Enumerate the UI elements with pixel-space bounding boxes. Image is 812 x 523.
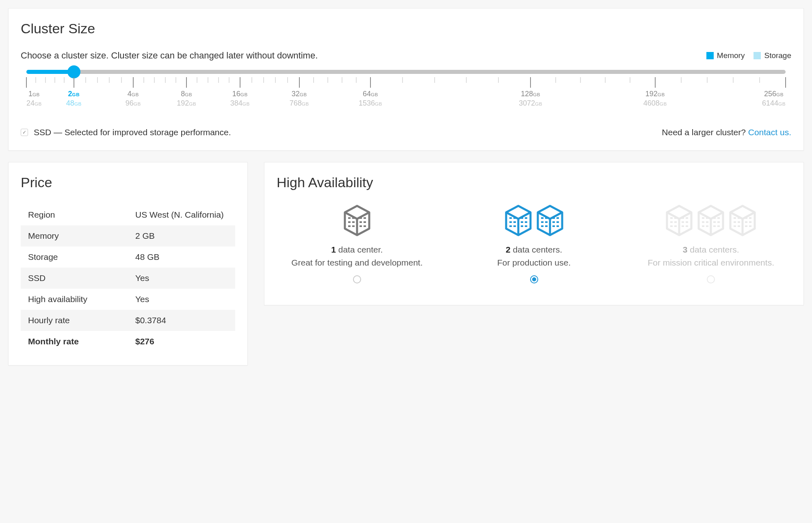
svg-rect-14 xyxy=(509,221,512,223)
ha-radio[interactable] xyxy=(353,275,361,283)
storage-swatch xyxy=(754,52,761,59)
svg-rect-22 xyxy=(521,225,523,227)
slider-stop-label[interactable]: 256GB6144GB xyxy=(762,89,786,108)
cluster-size-card: Cluster Size Choose a cluster size. Clus… xyxy=(8,8,804,151)
slider-minor-tick xyxy=(165,77,165,83)
svg-rect-4 xyxy=(348,225,351,227)
price-card: Price RegionUS West (N. California)Memor… xyxy=(8,162,248,365)
svg-rect-12 xyxy=(509,217,512,219)
svg-rect-2 xyxy=(348,221,351,223)
slider-stop-label[interactable]: 2GB48GB xyxy=(66,89,82,108)
slider-ticks xyxy=(26,77,786,88)
slider-minor-tick xyxy=(109,77,110,83)
slider-major-tick xyxy=(530,77,531,88)
price-row-value: US West (N. California) xyxy=(128,204,235,225)
ha-option-text: 1 data center.Great for testing and deve… xyxy=(281,243,433,269)
svg-rect-47 xyxy=(686,225,688,227)
slider-minor-tick xyxy=(466,77,467,83)
svg-rect-23 xyxy=(525,225,527,227)
price-row: Hourly rate$0.3784 xyxy=(21,310,235,331)
svg-rect-60 xyxy=(734,217,736,219)
slider-track[interactable] xyxy=(26,70,786,74)
svg-rect-8 xyxy=(359,221,362,223)
slider-minor-tick xyxy=(605,77,606,83)
svg-rect-39 xyxy=(674,221,677,223)
price-row-value: Yes xyxy=(128,268,235,289)
svg-rect-65 xyxy=(738,225,740,227)
svg-rect-46 xyxy=(682,225,684,227)
slider-stop-label[interactable]: 16GB384GB xyxy=(230,89,250,108)
slider-stop-label[interactable]: 4GB96GB xyxy=(126,89,141,108)
stop-memory-value: 4GB xyxy=(126,89,141,99)
svg-rect-42 xyxy=(682,217,684,219)
svg-rect-30 xyxy=(552,217,555,219)
price-row-label: Memory xyxy=(21,225,128,246)
checkbox-icon[interactable]: ✓ xyxy=(21,129,28,136)
price-row-label: Storage xyxy=(21,246,128,268)
high-availability-card: High Availability 1 data center.Great fo… xyxy=(264,162,804,305)
svg-rect-25 xyxy=(545,217,548,219)
svg-rect-57 xyxy=(717,221,720,223)
svg-rect-67 xyxy=(749,217,751,219)
slider-minor-tick xyxy=(498,77,499,83)
slider-minor-tick xyxy=(313,77,314,83)
stop-memory-value: 192GB xyxy=(643,89,667,99)
ha-icon-group xyxy=(458,204,611,237)
stop-memory-value: 2GB xyxy=(66,89,82,99)
slider-minor-tick xyxy=(36,77,36,83)
ha-icon-group xyxy=(634,204,787,237)
ha-option-2[interactable]: 2 data centers.For production use. xyxy=(454,204,615,285)
slider-minor-tick xyxy=(356,77,356,83)
slider-minor-tick xyxy=(251,77,252,83)
stop-storage-value: 768GB xyxy=(290,99,309,108)
slider-handle[interactable] xyxy=(67,65,80,78)
price-row-value: 2 GB xyxy=(128,225,235,246)
legend-storage-label: Storage xyxy=(764,51,791,60)
contact-us-link[interactable]: Contact us. xyxy=(748,128,791,137)
stop-storage-value: 4608GB xyxy=(643,99,667,108)
stop-storage-value: 3072GB xyxy=(519,99,542,108)
svg-rect-38 xyxy=(670,221,673,223)
svg-rect-24 xyxy=(541,217,543,219)
price-table: RegionUS West (N. California)Memory2 GBS… xyxy=(21,204,235,352)
price-row: Monthly rate$276 xyxy=(21,331,235,352)
slider-minor-tick xyxy=(707,77,708,83)
slider-minor-tick xyxy=(64,77,65,83)
slider-minor-tick xyxy=(86,77,86,83)
slider-stop-label[interactable]: 8GB192GB xyxy=(177,89,196,108)
ha-option-1[interactable]: 1 data center.Great for testing and deve… xyxy=(277,204,437,285)
price-title: Price xyxy=(21,175,235,190)
svg-rect-64 xyxy=(734,225,736,227)
slider-stop-label[interactable]: 64GB1536GB xyxy=(359,89,382,108)
slider-minor-tick xyxy=(175,77,176,83)
slider-stop-label[interactable]: 1GB24GB xyxy=(26,89,42,108)
slider-stop-label[interactable]: 128GB3072GB xyxy=(519,89,542,108)
slider-stop-label[interactable]: 32GB768GB xyxy=(290,89,309,108)
ha-radio[interactable] xyxy=(530,275,538,283)
price-row-label: Monthly rate xyxy=(21,331,128,352)
svg-rect-31 xyxy=(556,217,559,219)
svg-rect-3 xyxy=(352,221,355,223)
svg-rect-62 xyxy=(734,221,736,223)
stop-storage-value: 96GB xyxy=(126,99,141,108)
slider-major-tick xyxy=(26,77,27,88)
svg-rect-40 xyxy=(670,225,673,227)
slider-minor-tick xyxy=(733,77,734,83)
cluster-size-slider[interactable]: 1GB24GB2GB48GB4GB96GB8GB192GB16GB384GB32… xyxy=(21,70,791,113)
svg-rect-20 xyxy=(521,221,523,223)
slider-minor-tick xyxy=(342,77,342,83)
stop-storage-value: 24GB xyxy=(26,99,42,108)
ssd-option[interactable]: ✓ SSD — Selected for improved storage pe… xyxy=(21,128,231,137)
stop-memory-value: 1GB xyxy=(26,89,42,99)
ha-title: High Availability xyxy=(277,175,791,190)
svg-rect-55 xyxy=(717,217,720,219)
slider-fill xyxy=(26,70,74,74)
price-row: Memory2 GB xyxy=(21,225,235,246)
svg-rect-49 xyxy=(706,217,708,219)
svg-rect-27 xyxy=(545,221,548,223)
stop-memory-value: 16GB xyxy=(230,89,250,99)
stop-storage-value: 6144GB xyxy=(762,99,786,108)
data-center-icon xyxy=(342,204,372,237)
svg-rect-15 xyxy=(513,221,516,223)
slider-stop-label[interactable]: 192GB4608GB xyxy=(643,89,667,108)
